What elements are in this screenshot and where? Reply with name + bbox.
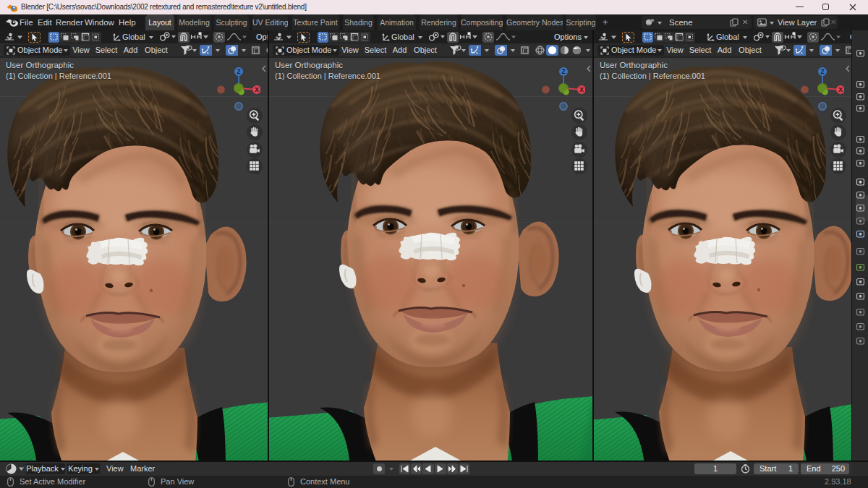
- svg-text:X: X: [255, 86, 259, 93]
- svg-text:X: X: [838, 86, 843, 93]
- svg-text:X: X: [579, 86, 584, 93]
- svg-text:Z: Z: [237, 68, 240, 75]
- svg-text:Z: Z: [820, 68, 824, 75]
- svg-text:Z: Z: [561, 68, 565, 75]
